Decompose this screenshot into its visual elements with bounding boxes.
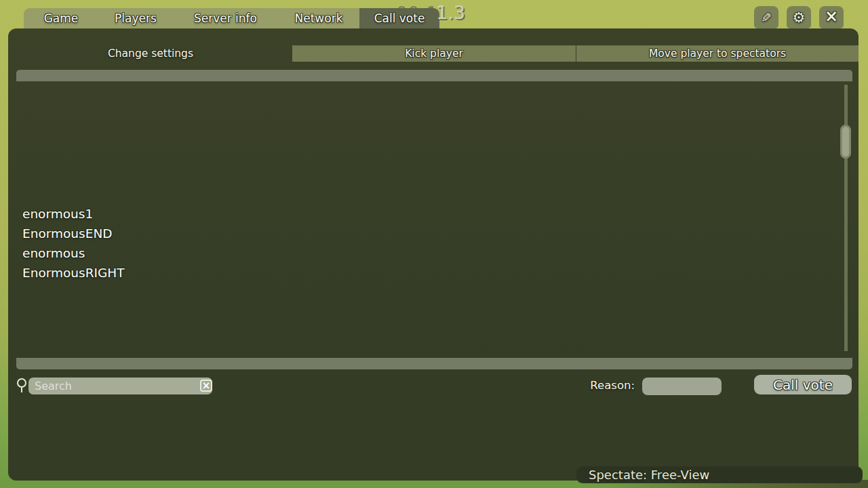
reason-input[interactable]: [642, 378, 722, 395]
clear-x-icon: ×: [202, 381, 211, 391]
search-input[interactable]: [28, 378, 212, 394]
game-screen: 00:1 1.3 Game Players Server info Networ…: [0, 0, 868, 488]
spectate-mode-label: Spectate: Free-View: [589, 468, 709, 482]
pencil-icon: ✎: [761, 10, 772, 25]
tab-players[interactable]: Players: [98, 8, 173, 28]
vote-option[interactable]: enormous: [22, 246, 85, 261]
close-button[interactable]: ×: [819, 6, 844, 28]
menu-panel: [8, 28, 859, 481]
search-clear-button[interactable]: ×: [200, 380, 212, 392]
scrollbar-thumb[interactable]: [840, 125, 851, 159]
vote-list-footer-strip: [16, 358, 852, 369]
call-vote-button[interactable]: Call vote: [754, 375, 852, 394]
tab-call-vote[interactable]: Call vote: [359, 8, 439, 28]
vote-list-header-strip: [16, 70, 852, 81]
reason-label: Reason:: [580, 379, 635, 392]
subtab-move-to-spectators[interactable]: Move player to spectators: [576, 45, 859, 62]
close-icon: ×: [825, 8, 838, 24]
vote-option[interactable]: EnormousRIGHT: [22, 266, 125, 281]
vote-option[interactable]: EnormousEND: [22, 226, 113, 241]
subtab-kick-player[interactable]: Kick player: [292, 45, 576, 62]
tab-server-info[interactable]: Server info: [173, 8, 278, 28]
gear-icon: ⚙: [793, 9, 806, 26]
settings-button[interactable]: ⚙: [787, 6, 811, 28]
hud-timer: 1.3: [436, 2, 465, 23]
search-icon: [17, 378, 26, 388]
edit-button[interactable]: ✎: [754, 6, 778, 28]
menu-tab-bar: Game Players Server info Network Call vo…: [24, 8, 439, 28]
subtab-change-settings[interactable]: Change settings: [9, 45, 292, 62]
vote-option[interactable]: enormous1: [22, 207, 93, 222]
spectate-hud-bar: Spectate: Free-View: [576, 466, 863, 483]
tab-network[interactable]: Network: [278, 8, 359, 28]
tab-game[interactable]: Game: [24, 8, 98, 28]
call-vote-button-label: Call vote: [773, 377, 833, 393]
